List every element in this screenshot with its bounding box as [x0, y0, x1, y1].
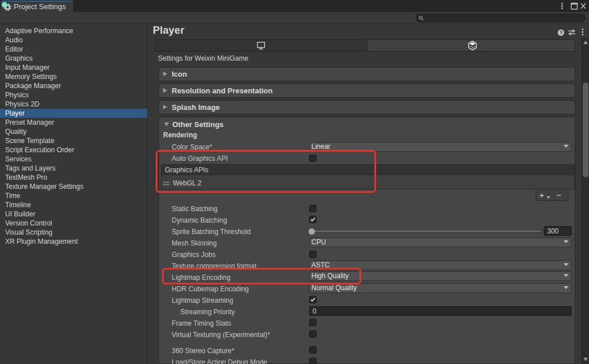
svg-text:?: ? — [559, 30, 563, 35]
